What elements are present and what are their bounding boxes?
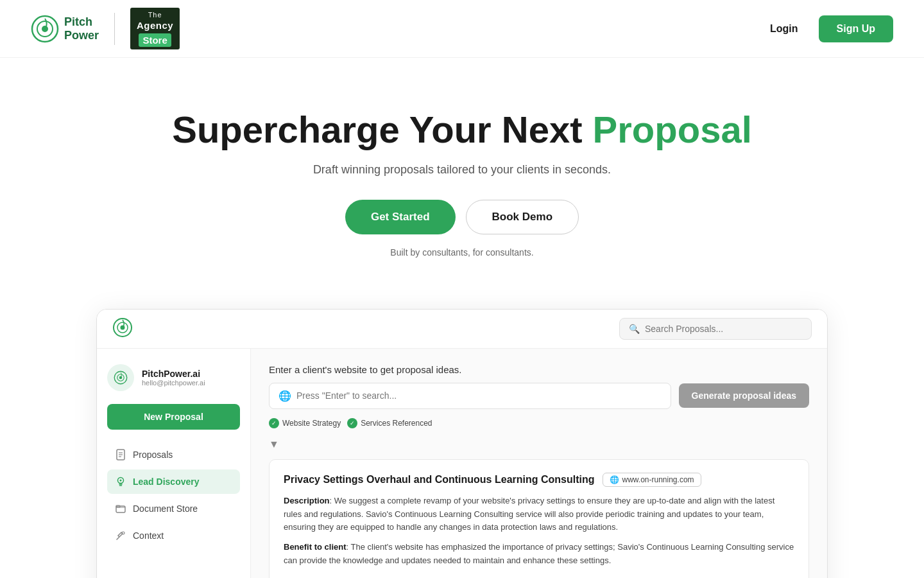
profile-info: PitchPower.ai hello@pitchpower.ai	[142, 369, 205, 387]
app-body: PitchPower.ai hello@pitchpower.ai New Pr…	[97, 349, 827, 578]
card-description: Description: We suggest a complete revam…	[284, 495, 794, 534]
avatar	[107, 364, 134, 391]
app-preview: 🔍 PitchPower.ai hello@pitchpower.ai	[96, 309, 828, 578]
main-content: Enter a client's website to get proposal…	[251, 349, 827, 578]
header-actions: Login Sign Up	[760, 15, 893, 42]
card-title: Privacy Settings Overhaul and Continuous…	[284, 474, 595, 486]
hero-subtitle: Draft winning proposals tailored to your…	[13, 163, 911, 177]
get-started-button[interactable]: Get Started	[345, 200, 456, 234]
tag-website-strategy-label: Website Strategy	[282, 419, 341, 428]
hero-title: Supercharge Your Next Proposal	[13, 109, 911, 150]
bulb-icon	[115, 476, 126, 487]
card-body: Description: We suggest a complete revam…	[284, 495, 794, 568]
filter-icon[interactable]: ▼	[269, 439, 279, 450]
card-benefit: Benefit to client: The client's website …	[284, 541, 794, 568]
hero-buttons: Get Started Book Demo	[13, 200, 911, 234]
sidebar-item-lead-discovery-label: Lead Discovery	[133, 477, 200, 487]
tag-services-referenced-label: Services Referenced	[361, 419, 432, 428]
website-badge-url: www.on-running.com	[622, 475, 694, 484]
proposal-card: Privacy Settings Overhaul and Continuous…	[269, 459, 809, 578]
tag-services-referenced[interactable]: Services Referenced	[347, 418, 432, 428]
benefit-label: Benefit to client	[284, 542, 346, 552]
sidebar-item-document-store[interactable]: Document Store	[107, 496, 240, 521]
pitch-power-logo: Pitch Power	[31, 15, 99, 43]
new-proposal-button[interactable]: New Proposal	[107, 404, 240, 430]
app-logo	[112, 317, 133, 340]
sidebar-nav: Proposals Lead Discovery	[107, 442, 240, 548]
website-badge: 🌐 www.on-running.com	[603, 473, 701, 487]
benefit-text: : The client's website has emphasized th…	[284, 542, 794, 565]
hero-title-highlight: Proposal	[593, 109, 752, 150]
document-icon	[115, 449, 126, 460]
search-input[interactable]	[645, 324, 802, 334]
agency-store-badge: The Agency Store	[130, 8, 180, 49]
tag-website-strategy[interactable]: Website Strategy	[269, 418, 341, 428]
sidebar-item-document-store-label: Document Store	[133, 504, 198, 514]
main-header: Pitch Power The Agency Store Login Sign …	[0, 0, 924, 58]
hero-section: Supercharge Your Next Proposal Draft win…	[0, 58, 924, 296]
hero-title-part1: Supercharge Your Next	[172, 109, 592, 150]
search-bar[interactable]: 🔍	[619, 318, 812, 340]
sidebar-item-proposals-label: Proposals	[133, 450, 173, 460]
website-input-row: 🌐 Generate proposal ideas	[269, 383, 809, 409]
sidebar-item-lead-discovery[interactable]: Lead Discovery	[107, 469, 240, 494]
description-text: : We suggest a complete revamp of your w…	[284, 496, 774, 532]
profile-name: PitchPower.ai	[142, 369, 205, 379]
description-label: Description	[284, 496, 330, 505]
pitch-power-icon	[31, 15, 59, 43]
sidebar: PitchPower.ai hello@pitchpower.ai New Pr…	[97, 349, 251, 578]
pitch-power-text: Pitch Power	[64, 15, 99, 42]
website-input[interactable]	[296, 390, 662, 401]
card-title-row: Privacy Settings Overhaul and Continuous…	[284, 473, 794, 487]
tag-check-icon-2	[347, 418, 357, 428]
app-bar: 🔍	[97, 310, 827, 349]
tool-icon	[115, 530, 126, 541]
logo-group: Pitch Power The Agency Store	[31, 8, 180, 49]
profile-email: hello@pitchpower.ai	[142, 379, 205, 387]
website-badge-globe: 🌐	[610, 475, 619, 484]
search-icon: 🔍	[629, 324, 640, 334]
sidebar-item-context[interactable]: Context	[107, 523, 240, 548]
header-divider	[114, 13, 115, 45]
book-demo-button[interactable]: Book Demo	[466, 200, 579, 234]
input-label: Enter a client's website to get proposal…	[269, 364, 809, 375]
website-input-wrap[interactable]: 🌐	[269, 383, 671, 409]
sidebar-profile: PitchPower.ai hello@pitchpower.ai	[107, 364, 240, 391]
signup-button[interactable]: Sign Up	[819, 15, 893, 42]
svg-point-14	[120, 479, 122, 481]
globe-icon: 🌐	[278, 390, 291, 402]
login-button[interactable]: Login	[760, 18, 809, 40]
hero-footnote: Built by consultants, for consultants.	[13, 247, 911, 258]
sidebar-item-proposals[interactable]: Proposals	[107, 442, 240, 467]
sidebar-item-context-label: Context	[133, 530, 164, 541]
tags-row: Website Strategy Services Referenced	[269, 418, 809, 428]
tag-check-icon	[269, 418, 279, 428]
filter-icon-row: ▼	[269, 439, 809, 450]
generate-proposals-button[interactable]: Generate proposal ideas	[679, 383, 809, 408]
folder-icon	[115, 503, 126, 514]
